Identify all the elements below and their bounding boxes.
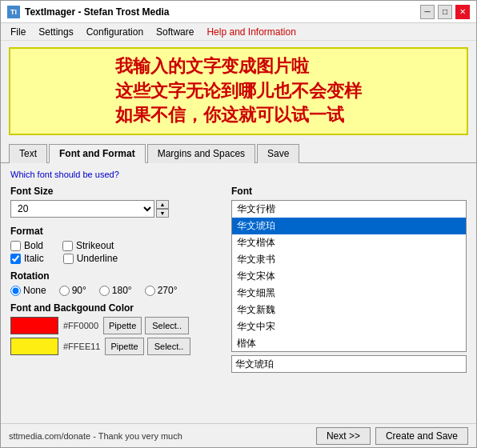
strikeout-checkbox[interactable] [62, 241, 73, 251]
color-label: Font and Backgound Color [10, 302, 218, 314]
bg-color-row: #FFEE11 Pipette Select.. [10, 338, 218, 355]
rotation-270[interactable]: 270° [145, 285, 178, 296]
radio-row: None 90° 180° 270° [10, 285, 218, 296]
font-color-row: #FF0000 Pipette Select.. [10, 317, 218, 334]
format-label: Format [10, 226, 218, 237]
window-title: TextImager - Stefan Trost Media [25, 6, 170, 18]
rotation-section: Rotation None 90° 180° [10, 270, 218, 296]
rotation-label: Rotation [10, 270, 218, 282]
minimize-button[interactable]: ─ [420, 5, 435, 19]
rotation-180-label: 180° [112, 285, 132, 296]
menu-bar: File Settings Configuration Software Hel… [1, 23, 476, 41]
main-window: TI TextImager - Stefan Trost Media ─ □ ✕… [0, 0, 477, 448]
font-size-row: 20 ▲ ▼ [10, 200, 218, 218]
font-size-spinner: ▲ ▼ [156, 200, 169, 218]
spinner-down[interactable]: ▼ [156, 209, 169, 218]
color-section: Font and Backgound Color #FF0000 Pipette… [10, 302, 218, 355]
rotation-90[interactable]: 90° [59, 285, 86, 296]
font-list[interactable]: 华文行楷 华文琥珀 华文楷体 华文隶书 华文宋体 华文细黑 华文新魏 华文中宋 … [231, 200, 467, 352]
preview-line1: 我输入的文字变成图片啦 [115, 54, 362, 79]
font-item-0[interactable]: 华文行楷 [232, 201, 466, 218]
italic-label: Italic [24, 253, 44, 264]
tab-content-font-format: Which font should be used? Font Size 20 … [1, 163, 476, 423]
bold-checkbox[interactable] [10, 241, 21, 251]
underline-label: Underline [77, 253, 118, 264]
italic-checkbox-item[interactable]: Italic [10, 253, 44, 264]
menu-settings[interactable]: Settings [32, 25, 79, 39]
hint-text: Which font should be used? [10, 170, 467, 179]
rotation-180-radio[interactable] [99, 286, 110, 296]
underline-checkbox-item[interactable]: Underline [63, 253, 118, 264]
rotation-none[interactable]: None [10, 285, 46, 296]
preview-line2: 这些文字无论到哪儿也不会变样 [115, 79, 362, 104]
bottom-buttons: Next >> Create and Save [316, 427, 468, 445]
font-item-6[interactable]: 华文新魏 [232, 302, 466, 318]
maximize-button[interactable]: □ [438, 5, 452, 19]
italic-checkbox[interactable] [10, 254, 21, 264]
font-item-3[interactable]: 华文隶书 [232, 251, 466, 268]
font-preview-input[interactable] [231, 355, 467, 373]
tab-save[interactable]: Save [257, 144, 299, 163]
bg-color-hex: #FFEE11 [62, 342, 102, 351]
font-size-select[interactable]: 20 [10, 200, 154, 218]
bg-color-select-button[interactable]: Select.. [147, 338, 191, 355]
rotation-90-radio[interactable] [59, 286, 70, 296]
rotation-270-label: 270° [158, 285, 178, 296]
font-item-2[interactable]: 华文楷体 [232, 234, 466, 251]
format-section: Format Bold Strikeout [10, 226, 218, 264]
donate-text: sttmedia.com/donate - Thank you very muc… [9, 431, 182, 441]
title-bar: TI TextImager - Stefan Trost Media ─ □ ✕ [1, 1, 476, 23]
close-button[interactable]: ✕ [455, 5, 470, 19]
preview-line3: 如果不信，你这就可以试一试 [115, 103, 362, 128]
menu-software[interactable]: Software [150, 25, 200, 39]
font-size-section: Font Size 20 ▲ ▼ [10, 186, 218, 218]
next-button[interactable]: Next >> [316, 427, 371, 445]
rotation-none-label: None [23, 285, 46, 296]
font-size-label: Font Size [10, 186, 218, 197]
font-color-pipette-button[interactable]: Pipette [103, 317, 142, 334]
rotation-270-radio[interactable] [145, 286, 155, 296]
title-bar-left: TI TextImager - Stefan Trost Media [7, 6, 170, 18]
tab-margins-spaces[interactable]: Margins and Spaces [147, 144, 255, 163]
strikeout-label: Strikeout [76, 240, 114, 251]
checkbox-row-2: Italic Underline [10, 253, 218, 264]
font-item-8[interactable]: 楷体 [232, 335, 466, 352]
tab-font-format[interactable]: Font and Format [49, 144, 146, 163]
bold-checkbox-item[interactable]: Bold [10, 240, 43, 251]
font-color-select-button[interactable]: Select.. [145, 317, 189, 334]
bg-color-pipette-button[interactable]: Pipette [105, 338, 143, 355]
bottom-bar: sttmedia.com/donate - Thank you very muc… [1, 423, 476, 447]
bold-label: Bold [24, 240, 43, 251]
menu-configuration[interactable]: Configuration [80, 25, 150, 39]
menu-help[interactable]: Help and Information [200, 25, 302, 39]
strikeout-checkbox-item[interactable]: Strikeout [62, 240, 114, 251]
title-controls: ─ □ ✕ [420, 5, 470, 19]
rotation-none-radio[interactable] [10, 286, 21, 296]
two-col-layout: Font Size 20 ▲ ▼ Format [10, 186, 467, 373]
font-item-7[interactable]: 华文中宋 [232, 318, 466, 335]
tabs-container: Text Font and Format Margins and Spaces … [1, 143, 476, 163]
tab-text[interactable]: Text [9, 144, 47, 163]
font-list-label: Font [231, 186, 467, 197]
rotation-180[interactable]: 180° [99, 285, 132, 296]
bg-color-swatch [10, 338, 58, 355]
font-item-5[interactable]: 华文细黑 [232, 285, 466, 302]
app-icon: TI [7, 6, 20, 18]
left-column: Font Size 20 ▲ ▼ Format [10, 186, 218, 373]
preview-text: 我输入的文字变成图片啦 这些文字无论到哪儿也不会变样 如果不信，你这就可以试一试 [115, 54, 362, 128]
create-save-button[interactable]: Create and Save [375, 427, 468, 445]
font-color-swatch [10, 317, 58, 334]
font-item-1[interactable]: 华文琥珀 [232, 218, 466, 234]
rotation-90-label: 90° [72, 285, 86, 296]
checkbox-row-1: Bold Strikeout [10, 240, 218, 251]
underline-checkbox[interactable] [63, 254, 74, 264]
menu-file[interactable]: File [4, 25, 32, 39]
font-color-hex: #FF0000 [62, 321, 100, 330]
right-column: Font 华文行楷 华文琥珀 华文楷体 华文隶书 华文宋体 华文细黑 华文新魏 … [231, 186, 467, 373]
preview-area: 我输入的文字变成图片啦 这些文字无论到哪儿也不会变样 如果不信，你这就可以试一试 [9, 47, 468, 135]
spinner-up[interactable]: ▲ [156, 200, 169, 209]
font-item-4[interactable]: 华文宋体 [232, 268, 466, 285]
